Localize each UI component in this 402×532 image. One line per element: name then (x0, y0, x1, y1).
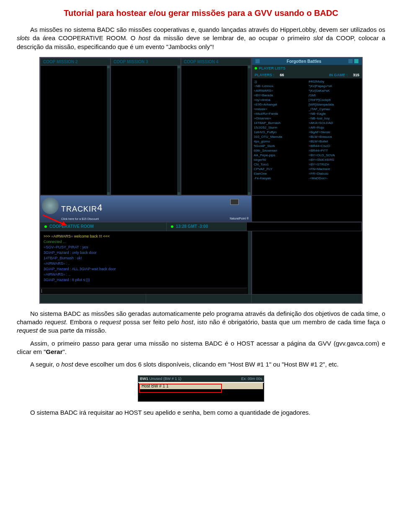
player-item[interactable]: =misiek= (254, 107, 305, 111)
player-item[interactable]: ~NB~lost_boy (309, 116, 360, 121)
player-item[interactable]: =AKA=SOLDAD (309, 121, 360, 125)
dropdown-icon[interactable] (255, 59, 260, 63)
player-item[interactable]: ;)) (254, 79, 305, 84)
player-item[interactable]: birger50 (254, 158, 305, 162)
chat-line: 3GIAP_Hazard : 8 pilot s:))) (44, 277, 248, 283)
player-item[interactable]: 5GvIAP_Stork (254, 144, 305, 148)
scrollbar[interactable] (247, 66, 251, 195)
player-item[interactable]: ~NB~Lennox. (254, 84, 305, 88)
tab-coop-4[interactable]: COOP MISSION 4 (181, 58, 251, 66)
trackir-logo-icon (42, 197, 59, 214)
player-lists-header: PLAYER LISTS (252, 65, 362, 72)
player-item[interactable]: ElanOne (254, 171, 305, 176)
paragraph-4: A seguir, o host deve escolher um dos 6 … (17, 360, 385, 369)
player-item[interactable]: =BLW=Brasuca (309, 134, 360, 139)
scrollbar[interactable] (107, 66, 110, 195)
chat-line: >>> =AIRWARS= welcome back !!! <<< (44, 234, 248, 239)
player-item[interactable]: =BY=Barada (254, 93, 305, 98)
player-item[interactable]: =BR44=PiTT (309, 148, 360, 153)
page-title: Tutorial para hostear e/ou gerar missões… (17, 8, 385, 18)
player-item[interactable]: 310_OTU_Mamuta (254, 134, 305, 139)
chat-line: 3GIAP_Hazard : only back door (44, 250, 248, 256)
player-item[interactable]: 4ps_gizmo (254, 139, 305, 144)
led-icon (171, 225, 173, 228)
mission-columns: COOP MISSION 2 COOP MISSION 3 COOP MISSI… (40, 58, 251, 195)
close-icon[interactable] (354, 59, 358, 63)
paragraph-2: No sistema BADC as missões são geradas a… (17, 310, 385, 335)
time-display: 13:28 GMT -3:00 (167, 222, 247, 231)
ad-banner[interactable]: TRACKIR4 Click here for a $15 Discount N… (40, 196, 251, 222)
tab-coop-3[interactable]: COOP MISSION 3 (111, 58, 180, 66)
player-item[interactable]: AA_Pepe-pips (254, 153, 305, 158)
player-item[interactable]: _ITAF_Cymao (309, 107, 360, 111)
tab-coop-2[interactable]: COOP MISSION 2 (41, 58, 110, 66)
player-item[interactable]: =Msd/Rz=Fantik (254, 111, 305, 116)
player-item[interactable]: *|Kz|Papago*sK (309, 84, 360, 88)
player-item[interactable]: =E95=Arhangel (254, 102, 305, 107)
screenshot-slot-select: BW1 Unused (BW # 1 1)Ex: 00m 00s Host BW… (138, 375, 264, 402)
led-icon (255, 67, 257, 70)
player-item[interactable]: -Fe-Kasyak (254, 176, 305, 181)
player-item[interactable]: =FR=Diabolo (309, 171, 360, 176)
player-item[interactable]: =BR44=CiscO (309, 144, 360, 148)
player-item[interactable]: CN_Toro1 (254, 162, 305, 167)
paragraph-5: O sistema BADC irá requisitar ao HOST se… (17, 408, 385, 417)
player-list-right[interactable]: #402Moby*|Kz|Papago*sK*|Kz|SaKai*sK/GM\[… (307, 78, 362, 195)
chat-input[interactable] (40, 288, 247, 294)
player-item[interactable]: =BLW=Bullet (309, 139, 360, 144)
chat-line: =AIRWARS= : .. (44, 272, 248, 277)
chat-line: 3GIAP_Hazard : ALL 3GIAP wait back door (44, 266, 248, 272)
scrollbar[interactable] (177, 66, 180, 195)
red-highlight-box (139, 384, 222, 393)
player-counts: PLAYERS : 66IN GAME : 315 (252, 72, 362, 78)
player-list-left[interactable]: ;))~NB~Lennox.=AIRWARS==BY=Barada=by=dim… (252, 78, 307, 195)
player-item[interactable]: =BY=OLD_SOVA (309, 153, 360, 158)
status-bar (40, 294, 362, 303)
player-item[interactable]: [7thFP]Cockpit (309, 98, 360, 102)
cooperative-room-button[interactable]: COOPERATIVE ROOM (40, 222, 167, 231)
player-item[interactable]: =AIRWARS= (254, 88, 305, 93)
chat-line: 14TBAP_Burnash : ok! (44, 256, 248, 261)
player-item[interactable]: =AR=Rojo (309, 125, 360, 130)
player-item[interactable]: 15/JG52_Sturm (254, 125, 305, 130)
player-item[interactable]: #402Moby (309, 79, 360, 84)
player-item[interactable]: 14TBAP_Burnash (254, 121, 305, 125)
player-item[interactable]: 1stHVS_Puffyn (254, 130, 305, 134)
window-titlebar: Forgotten Battles (252, 58, 362, 65)
player-item[interactable]: 69th_Snowman (254, 148, 305, 153)
screenshot-hipperlobby: COOP MISSION 2 COOP MISSION 3 COOP MISSI… (39, 57, 363, 304)
player-item[interactable]: [WR]Wampadala (309, 102, 360, 107)
player-item[interactable]: =BgAF=Skroki (309, 130, 360, 134)
player-item[interactable]: /GM\ (309, 93, 360, 98)
chat-line: =SGV=PUSY_PIRAT : yes (44, 245, 248, 250)
player-item[interactable]: =BY=STRIZH (309, 162, 360, 167)
player-item[interactable]: ~NB~Eagle (309, 111, 360, 116)
chat-line: =AIRWARS= : . (44, 261, 248, 266)
led-icon (44, 225, 47, 228)
player-item[interactable]: *|Kz|SaKai*sK (309, 88, 360, 93)
camera-icon (230, 199, 239, 205)
player-item[interactable]: >Observer< (254, 116, 305, 121)
player-item[interactable]: -=MaDDoc=- (309, 176, 360, 181)
player-item[interactable]: CPVAF_FLY (254, 167, 305, 171)
chat-log: >>> =AIRWARS= welcome back !!! <<<Connec… (40, 231, 251, 294)
player-item[interactable]: =BY=SNICKERS (309, 158, 360, 162)
paragraph-3: Assim, o primeiro passo para gerar uma m… (17, 339, 385, 356)
paragraph-1: As missões no sistema BADC são missões c… (17, 26, 385, 51)
player-item[interactable]: =FN=Macbare (309, 167, 360, 171)
minimize-icon[interactable] (348, 59, 353, 63)
scrollbar[interactable] (248, 231, 251, 294)
player-item[interactable]: =by=dimba (254, 98, 305, 102)
chat-line: Connected ... (44, 239, 248, 245)
